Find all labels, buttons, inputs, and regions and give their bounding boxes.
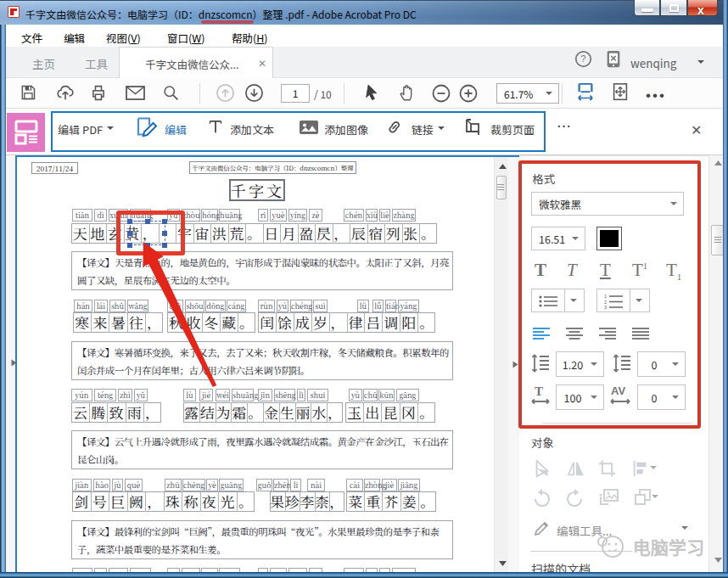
svg-text:AV: AV — [611, 384, 625, 397]
svg-text:3: 3 — [604, 305, 607, 309]
svg-text:2: 2 — [604, 300, 607, 305]
svg-text:?: ? — [580, 53, 585, 64]
svg-text:1: 1 — [604, 294, 607, 299]
svg-text:T: T — [535, 384, 543, 398]
svg-text:电脑学习: 电脑学习 — [633, 534, 704, 559]
